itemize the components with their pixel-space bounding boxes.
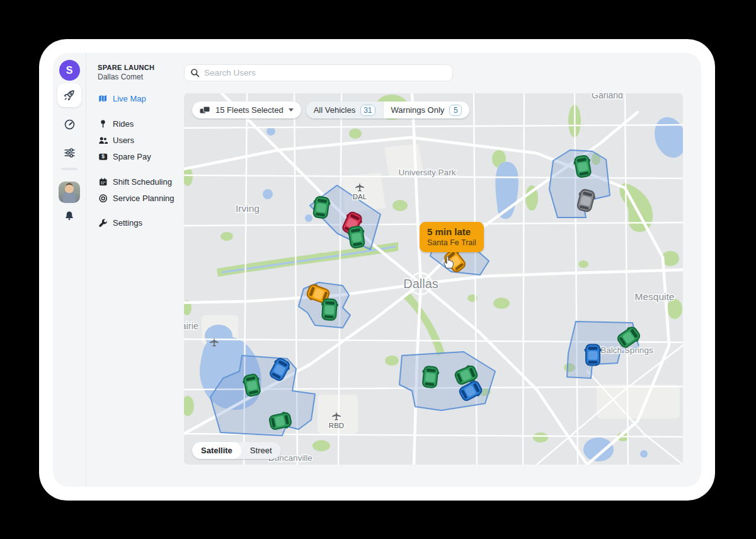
target-icon xyxy=(98,193,108,203)
rail-item-notifications[interactable] xyxy=(53,210,86,221)
map-decor xyxy=(588,351,598,360)
map-decor xyxy=(583,438,614,461)
base-layer-satellite[interactable]: Satellite xyxy=(192,442,241,459)
map-decor xyxy=(349,129,362,139)
map-decor xyxy=(321,303,323,306)
bell-icon xyxy=(64,210,75,221)
users-icon xyxy=(98,135,108,145)
vehicle-filter-control: All Vehicles31Warnings Only5 xyxy=(306,101,470,119)
rail-item-dashboard[interactable] xyxy=(53,119,86,130)
sidebar-item-service-planning[interactable]: Service Planning xyxy=(98,190,183,206)
map-decor xyxy=(588,347,598,350)
map-decor xyxy=(102,124,103,127)
sidebar-item-label: Rides xyxy=(113,119,134,129)
map-decor xyxy=(101,182,102,183)
sidebar-item-live-map[interactable]: Live Map xyxy=(98,90,183,107)
map-decor xyxy=(316,203,327,212)
map-decor xyxy=(69,124,70,125)
map-decor xyxy=(104,182,105,183)
map-decor xyxy=(578,162,588,172)
city-label: Dallas xyxy=(403,277,438,291)
sidebar-item-shift-scheduling[interactable]: Shift Scheduling xyxy=(98,173,183,190)
map-decor xyxy=(66,151,69,154)
map-decor xyxy=(585,349,587,352)
city-label: University Park xyxy=(399,168,456,177)
city-label: Irving xyxy=(236,203,260,214)
live-map[interactable]: DALRBD GarlandUniversity ParkIrvingDalla… xyxy=(184,93,683,465)
map-decor xyxy=(324,305,335,315)
workspace-name: Dallas Comet xyxy=(98,72,143,81)
map-decor xyxy=(100,195,106,202)
map-decor xyxy=(70,93,72,95)
map-decor xyxy=(103,183,104,184)
brand-logo[interactable]: S xyxy=(53,60,86,81)
search-input[interactable] xyxy=(204,68,447,78)
map-decor xyxy=(100,137,103,140)
wrench-icon xyxy=(98,217,108,228)
rail-item-filters[interactable] xyxy=(53,147,86,159)
device-frame: S xyxy=(39,39,715,501)
filter-count-badge: 5 xyxy=(449,105,462,116)
map-decor xyxy=(263,189,273,199)
map-base-toggle: SatelliteStreet xyxy=(192,442,281,459)
airport-code: RBD xyxy=(329,422,344,429)
app-window: S xyxy=(53,53,701,487)
sidebar-item-label: Settings xyxy=(113,218,142,228)
map-decor xyxy=(305,214,312,222)
map-decor xyxy=(103,137,106,140)
avatar-photo xyxy=(59,182,80,203)
map-decor xyxy=(101,120,105,124)
map-decor xyxy=(203,107,210,112)
map-decor: $ xyxy=(101,153,105,159)
map-decor xyxy=(70,154,72,157)
sidebar-item-rides[interactable]: Rides xyxy=(98,115,183,132)
org-title: SPARE LAUNCH xyxy=(98,64,154,71)
map-decor xyxy=(312,440,330,451)
icon-rail: S xyxy=(53,53,86,487)
fleet-filter-button[interactable]: 15 Fleets Selected xyxy=(192,101,301,119)
map-decor xyxy=(600,349,602,352)
gauge-icon xyxy=(64,119,76,130)
rocket-icon xyxy=(63,89,76,101)
sidebar-item-label: Spare Pay xyxy=(113,152,151,161)
vehicle-marker-active[interactable] xyxy=(585,344,602,366)
map-decor xyxy=(67,91,74,97)
city-label: Mesquite xyxy=(635,291,675,302)
sidebar-item-spare-pay[interactable]: $Spare Pay xyxy=(98,148,183,165)
filter-segment-warnings-only[interactable]: Warnings Only5 xyxy=(383,101,470,119)
airport-code: DAL xyxy=(353,193,367,200)
map-decor xyxy=(197,74,199,77)
map-decor xyxy=(101,178,102,180)
map-toolbar: 15 Fleets Selected All Vehicles31Warning… xyxy=(192,101,469,119)
map-decor xyxy=(205,325,232,347)
map-decor xyxy=(325,301,335,305)
map-decor xyxy=(69,218,71,220)
filter-segment-all-vehicles[interactable]: All Vehicles31 xyxy=(306,101,383,119)
vehicle-marker-on_time[interactable] xyxy=(321,298,339,322)
pay-icon: $ xyxy=(98,151,108,161)
nav-panel: SPARE LAUNCH Dallas Comet Live Map Rides… xyxy=(86,53,184,487)
map-decor xyxy=(493,298,510,309)
base-layer-street[interactable]: Street xyxy=(241,442,281,459)
desktop-background: S xyxy=(0,0,756,539)
sidebar-item-label: Live Map xyxy=(113,94,146,103)
map-decor xyxy=(65,98,66,100)
map-decor xyxy=(220,232,233,241)
rail-active-card xyxy=(57,83,81,107)
sidebar-item-settings[interactable]: Settings xyxy=(98,214,183,231)
sidebar-item-label: Shift Scheduling xyxy=(113,177,172,187)
map-decor xyxy=(99,95,106,101)
calendar-icon xyxy=(98,177,108,187)
map-icon xyxy=(98,93,108,103)
fleet-icon xyxy=(200,106,210,114)
search-bar xyxy=(184,64,453,81)
chevron-down-icon xyxy=(289,108,294,112)
map-decor xyxy=(588,361,598,363)
rail-item-launch[interactable] xyxy=(53,83,86,107)
user-avatar[interactable] xyxy=(53,182,86,203)
sidebar-item-users[interactable]: Users xyxy=(98,132,183,148)
filter-label: Warnings Only xyxy=(391,105,445,115)
sidebar-item-label: Users xyxy=(113,136,134,145)
map-decor xyxy=(392,200,408,211)
map-decor xyxy=(101,197,105,200)
